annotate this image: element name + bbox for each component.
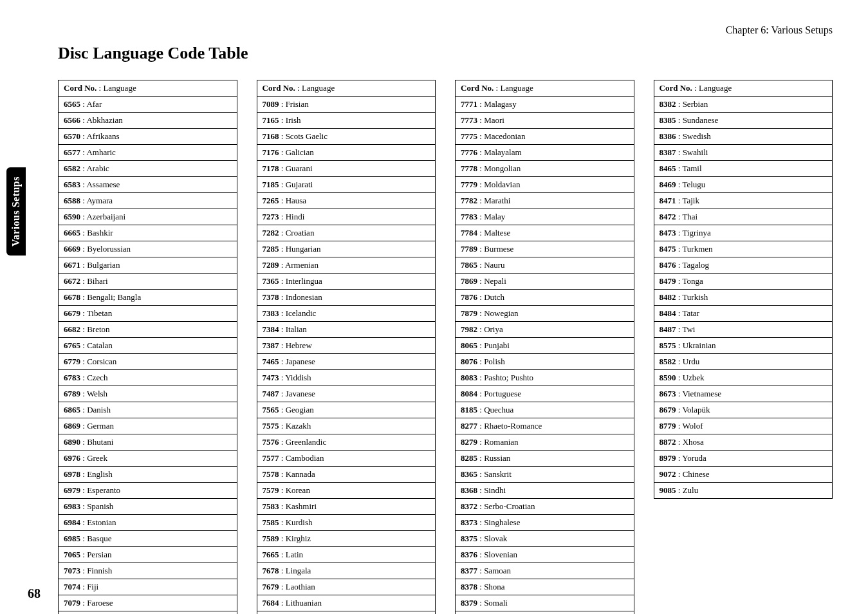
language-code: 6978 bbox=[64, 469, 80, 479]
language-name: Turkish bbox=[682, 292, 708, 302]
language-cell: 7782 : Marathi bbox=[456, 193, 634, 209]
table-row: 7779 : Moldavian bbox=[456, 177, 634, 193]
language-code: 7185 bbox=[263, 180, 279, 189]
language-cell: 7589 : Kirghiz bbox=[257, 531, 436, 547]
table-row: 8279 : Romanian bbox=[456, 434, 634, 451]
separator: : bbox=[477, 324, 484, 334]
table-row: 7265 : Hausa bbox=[257, 193, 436, 209]
language-cell: 7686 : Latvian; Lettish bbox=[257, 611, 436, 615]
language-cell: 8872 : Xhosa bbox=[654, 434, 833, 451]
separator: : bbox=[80, 437, 87, 447]
language-name: Tajik bbox=[682, 196, 699, 205]
header-lang: Language bbox=[500, 83, 533, 93]
language-name: Tagalog bbox=[682, 260, 709, 270]
language-code: 8285 bbox=[461, 453, 477, 463]
language-name: Galician bbox=[286, 147, 314, 157]
language-cell: 8285 : Russian bbox=[456, 451, 634, 467]
language-cell: 7789 : Burmese bbox=[456, 241, 634, 257]
language-code: 6869 bbox=[64, 421, 80, 431]
language-cell: 7778 : Mongolian bbox=[456, 161, 634, 177]
language-cell: 8279 : Romanian bbox=[456, 434, 634, 451]
language-name: Quechua bbox=[484, 405, 513, 414]
table-row: 6669 : Byelorussian bbox=[59, 241, 237, 257]
table-row: 7178 : Guarani bbox=[257, 161, 436, 177]
language-code: 8277 bbox=[461, 421, 477, 431]
language-cell: 6565 : Afar bbox=[59, 97, 237, 113]
separator: : bbox=[80, 598, 87, 608]
language-cell: 8484 : Tatar bbox=[654, 306, 833, 322]
language-name: Fiji bbox=[87, 582, 98, 591]
table-row: 6665 : Bashkir bbox=[59, 225, 237, 241]
language-code: 7578 bbox=[263, 469, 279, 479]
separator: : bbox=[477, 212, 484, 221]
language-name: Pashto; Pushto bbox=[484, 373, 533, 382]
language-cell: 6566 : Abkhazian bbox=[59, 113, 237, 129]
language-cell: 7865 : Nauru bbox=[456, 257, 634, 274]
language-name: Tigrinya bbox=[682, 228, 710, 237]
language-name: Welsh bbox=[87, 389, 107, 398]
language-code: 8582 bbox=[660, 357, 676, 366]
language-code: 9085 bbox=[660, 485, 676, 495]
separator: : bbox=[477, 453, 484, 463]
table-row: 6570 : Afrikaans bbox=[59, 129, 237, 145]
language-cell: 8487 : Twi bbox=[654, 322, 833, 338]
language-code: 6679 bbox=[64, 308, 80, 318]
separator: : bbox=[676, 244, 683, 254]
language-name: Croatian bbox=[286, 228, 315, 237]
language-name: Malay bbox=[484, 212, 505, 221]
language-cell: 7176 : Galician bbox=[257, 145, 436, 161]
language-code: 7273 bbox=[263, 212, 279, 221]
language-cell: 6789 : Welsh bbox=[59, 386, 237, 402]
separator: : bbox=[80, 163, 86, 173]
language-code: 7585 bbox=[263, 517, 279, 527]
language-cell: 6679 : Tibetan bbox=[59, 306, 237, 322]
language-code: 8487 bbox=[660, 324, 676, 334]
separator: : bbox=[80, 276, 87, 286]
table-row: 6583 : Assamese bbox=[59, 177, 237, 193]
separator: : bbox=[279, 115, 286, 125]
separator: : bbox=[80, 517, 87, 527]
language-name: Aymara bbox=[86, 196, 113, 205]
language-cell: 7583 : Kashmiri bbox=[257, 499, 436, 515]
language-cell: 8679 : Volapük bbox=[654, 402, 833, 418]
table-row: 7865 : Nauru bbox=[456, 257, 634, 274]
language-code: 6682 bbox=[64, 324, 80, 334]
language-name: Tonga bbox=[682, 276, 703, 286]
language-cell: 6983 : Spanish bbox=[59, 499, 237, 515]
language-code: 8083 bbox=[461, 373, 477, 382]
language-name: Turkmen bbox=[682, 244, 712, 254]
language-code: 8376 bbox=[461, 550, 477, 559]
language-cell: 7576 : Greenlandic bbox=[257, 434, 436, 451]
language-code: 6665 bbox=[64, 228, 80, 237]
separator: : bbox=[676, 453, 683, 463]
separator: : bbox=[80, 308, 87, 318]
language-name: Hungarian bbox=[286, 244, 321, 254]
table-row: 7783 : Malay bbox=[456, 209, 634, 225]
language-code: 6577 bbox=[64, 147, 80, 157]
language-code: 6590 bbox=[64, 212, 80, 221]
language-cell: 7679 : Laothian bbox=[257, 579, 436, 595]
table-row: 7168 : Scots Gaelic bbox=[257, 129, 436, 145]
language-cell: 6765 : Catalan bbox=[59, 338, 237, 354]
table-row: 8779 : Wolof bbox=[654, 418, 833, 434]
language-name: Persian bbox=[87, 550, 111, 559]
language-cell: 8482 : Turkish bbox=[654, 290, 833, 306]
header-code: Cord No. bbox=[660, 83, 692, 93]
language-code: 7879 bbox=[461, 308, 477, 318]
language-name: Tibetan bbox=[87, 308, 112, 318]
table-row: 8387 : Swahili bbox=[654, 145, 833, 161]
language-name: Japanese bbox=[286, 357, 315, 366]
language-code: 7473 bbox=[263, 373, 279, 382]
table-header-cell: Cord No. : Language bbox=[257, 80, 436, 97]
separator: : bbox=[477, 276, 484, 286]
language-code: 7869 bbox=[461, 276, 477, 286]
language-cell: 7273 : Hindi bbox=[257, 209, 436, 225]
separator: : bbox=[477, 550, 484, 559]
language-name: Urdu bbox=[683, 357, 700, 366]
table-row: 7869 : Nepali bbox=[456, 274, 634, 290]
language-code: 8465 bbox=[660, 163, 676, 173]
separator: : bbox=[676, 469, 683, 479]
language-code: 8084 bbox=[461, 389, 477, 398]
language-cell: 7185 : Gujarati bbox=[257, 177, 436, 193]
separator: : bbox=[676, 340, 683, 350]
